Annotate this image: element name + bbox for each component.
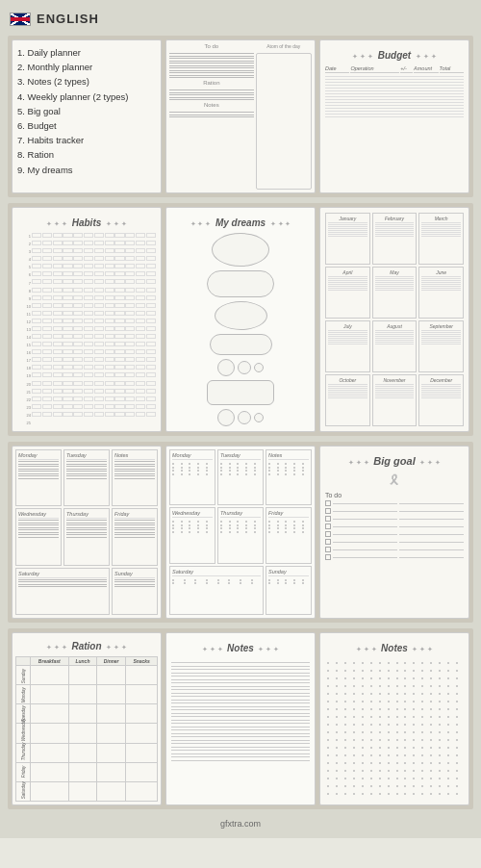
weekly2-grid: Monday Tuesday [169,449,312,615]
habits-grid: 1 2 3 4 5 6 7 8 9 10 11 12 13 14 15 16 1 [17,233,156,426]
week2-sunday: Sunday [266,566,312,615]
yearly-grid: January February March April May [325,213,464,426]
ration-row-thursday: Thursday [16,743,158,762]
notes-dot-grid [325,660,464,800]
budget-card: ✦ ✦ ✦ Budget ✦ ✦ ✦ Date Operation +/- Am… [319,39,469,193]
daily-atom-label: Atom of the day [256,43,312,49]
row-4: ✦ ✦ ✦ Ration ✦ ✦ ✦ Breakfast Lunch Dinne… [8,628,473,809]
ration-row-saturday: Saturday [16,781,158,801]
month-february: February [372,213,418,265]
week-saturday: Saturday [15,568,110,615]
desc-item-1: 1. Daily planner [17,45,156,60]
dreams-title: My dreams [215,217,266,228]
ration-table: Breakfast Lunch Dinner Snacks Sunday Mon… [15,656,158,802]
notes-lines [171,662,310,800]
daily-planner-card: To do Ration Notes [165,39,316,193]
daily-todo-label: To do [169,43,254,49]
big-goal-card: ✦ ✦ ✦ Big goal ✦ ✦ ✦ 🎗 To do [319,446,469,619]
ration-row-sunday: Sunday [16,666,158,685]
language-label: ENGLISH [37,12,99,26]
budget-ornament-2: ✦ ✦ ✦ [416,53,437,60]
desc-item-4: 4. Weekly planner (2 types) [17,89,156,104]
notes-lined-title: Notes [227,643,254,653]
week2-notes: Notes [266,449,312,505]
weekly1-grid: Monday Tuesday Notes Wednesday Thursday [15,449,158,615]
week2-monday: Monday [169,449,215,505]
goal-banner-icon: 🎗 [325,472,464,488]
ration-row-tuesday: Tuesday [16,704,158,724]
desc-item-9: 9. My dreams [17,163,156,177]
week2-friday: Friday [266,507,312,563]
month-june: June [418,267,464,319]
month-december: December [418,374,464,426]
dream-bubbles [171,233,310,426]
desc-item-7: 7. Habits tracker [17,133,156,147]
desc-item-6: 6. Budget [17,118,156,133]
watermark: gfxtra.com [8,815,473,830]
week-friday: Friday [112,508,158,565]
big-goal-title: Big goal [373,455,415,467]
month-august: August [372,320,418,372]
goal-items [325,500,464,562]
month-january: January [325,213,370,265]
habits-card: ✦ ✦ ✦ Habits ✦ ✦ ✦ 1 2 3 4 5 6 7 8 9 10 … [12,207,162,432]
week-thursday: Thursday [63,508,110,565]
desc-item-5: 5. Big goal [17,104,156,118]
ration-row-monday: Monday [16,685,158,704]
budget-title: Budget [378,50,411,61]
description-card: 1. Daily planner 2. Monthly planner 3. N… [12,39,162,193]
desc-item-2: 2. Monthly planner [17,60,156,74]
week-sunday: Sunday [112,568,158,615]
month-march: March [418,213,464,265]
ration-row-friday: Friday [16,762,158,781]
weekly1-card: Monday Tuesday Notes Wednesday Thursday [12,446,162,619]
daily-ration-label: Ration [169,80,254,86]
desc-item-8: 8. Ration [17,147,156,162]
ration-row-wednesday: Wednesday [16,724,158,743]
week-tuesday: Tuesday [63,449,110,506]
month-april: April [325,267,370,319]
budget-ornament: ✦ ✦ ✦ [352,53,373,60]
month-october: October [325,374,370,426]
week2-saturday: Saturday [169,566,264,615]
ration-card: ✦ ✦ ✦ Ration ✦ ✦ ✦ Breakfast Lunch Dinne… [12,632,162,805]
ration-title: Ration [71,641,101,651]
week2-tuesday: Tuesday [217,449,264,505]
goal-todo-label: To do [325,492,464,498]
dreams-card: ✦ ✦ ✦ My dreams ✦ ✦ ✦ [165,207,316,432]
daily-todo-lines [169,53,254,78]
budget-header-row: Date Operation +/- Amount Total [325,65,464,73]
month-may: May [372,267,418,319]
header: ENGLISH [8,8,473,30]
month-november: November [372,374,418,426]
week2-wednesday: Wednesday [169,507,215,563]
desc-item-3: 3. Notes (2 types) [17,74,156,89]
week-notes1: Notes [112,449,158,506]
row-2: ✦ ✦ ✦ Habits ✦ ✦ ✦ 1 2 3 4 5 6 7 8 9 10 … [8,203,473,436]
description-list: 1. Daily planner 2. Monthly planner 3. N… [17,45,156,177]
page-wrapper: ENGLISH 1. Daily planner 2. Monthly plan… [0,0,481,838]
week2-thursday: Thursday [217,507,264,563]
month-september: September [418,320,464,372]
week-wednesday: Wednesday [15,508,62,565]
notes-dotted-card: ✦ ✦ ✦ Notes ✦ ✦ ✦ [319,632,469,805]
weekly2-card: Monday Tuesday [165,446,316,619]
budget-rows [325,76,464,188]
row-1: 1. Daily planner 2. Monthly planner 3. N… [8,36,473,197]
yearly-card: January February March April May [319,207,469,432]
row-3: Monday Tuesday Notes Wednesday Thursday [8,442,473,623]
notes-lined-card: ✦ ✦ ✦ Notes ✦ ✦ ✦ [165,632,316,805]
habits-title: Habits [72,217,102,228]
month-july: July [325,320,370,372]
notes-dotted-title: Notes [381,643,408,653]
flag-icon [10,13,31,26]
daily-notes-label: Notes [169,102,254,108]
week-monday: Monday [15,449,62,506]
